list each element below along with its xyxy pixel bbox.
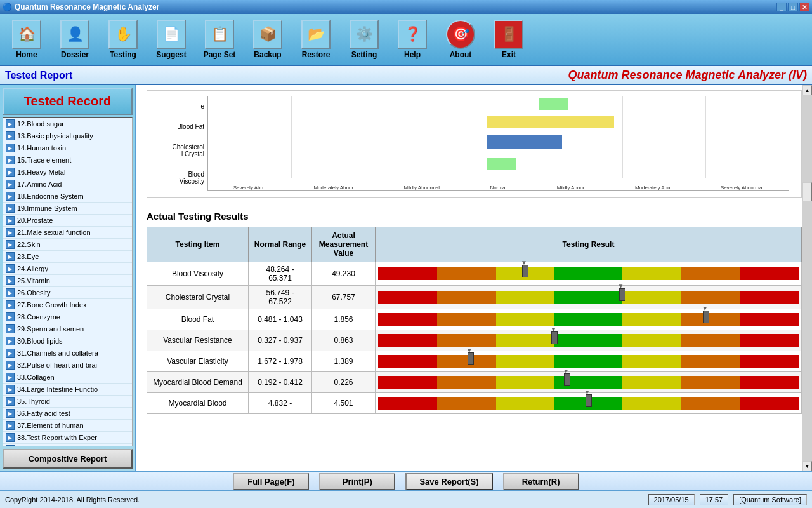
sidebar-item-32[interactable]: ▶32.Pulse of heart and brai	[3, 359, 132, 371]
toolbar-exit[interactable]: 🚪 Exit	[487, 20, 530, 59]
cell-range: 1.672 - 1.978	[249, 351, 312, 372]
toolbar-help-label: Help	[404, 50, 421, 59]
grid-line-2	[374, 96, 374, 178]
cell-item: Myocardial Blood Demand	[147, 372, 249, 393]
sidebar-list[interactable]: ▶12.Blood sugar▶13.Basic physical qualit…	[3, 117, 133, 446]
bar-seg-6	[681, 267, 740, 280]
save-report-button[interactable]: Save Report(S)	[405, 473, 492, 490]
sidebar-item-31[interactable]: ▶31.Channels and collatera	[3, 347, 132, 359]
chart-container: e Blood Fat Cholesteroll Crystal BloodVi…	[147, 90, 802, 198]
sidebar-item-30[interactable]: ▶30.Blood lipids	[3, 335, 132, 347]
toolbar-testing[interactable]: ✋ Testing	[102, 20, 145, 59]
sidebar-item-27[interactable]: ▶27.Bone Growth Index	[3, 299, 132, 311]
cell-result	[376, 393, 802, 414]
sidebar-item-37[interactable]: ▶37.Element of human	[3, 420, 132, 432]
sidebar-item-20[interactable]: ▶20.Prostate	[3, 215, 132, 227]
sidebar-item-23[interactable]: ▶23.Eye	[3, 251, 132, 263]
sidebar-item-16[interactable]: ▶16.Heavy Metal	[3, 166, 132, 178]
sidebar-item-icon-32: ▶	[6, 361, 15, 370]
col-measurement: Actual Measurement Value	[312, 227, 376, 262]
sidebar-item-39[interactable]: ▶39.Manual Test Report	[3, 444, 132, 446]
sidebar-item-26[interactable]: ▶26.Obesity	[3, 287, 132, 299]
sidebar-item-36[interactable]: ▶36.Fatty acid test	[3, 408, 132, 420]
sidebar-item-15[interactable]: ▶15.Trace element	[3, 154, 132, 166]
sidebar-item-24[interactable]: ▶24.Allergy	[3, 263, 132, 275]
status-time: 17:57	[700, 494, 729, 505]
sidebar-item-34[interactable]: ▶34.Large Intestine Functio	[3, 384, 132, 396]
sidebar-item-icon-33: ▶	[6, 373, 15, 382]
bar-seg-3	[496, 313, 555, 326]
toolbar-setting[interactable]: ⚙️ Setting	[343, 20, 386, 59]
status-date: 2017/05/15	[648, 494, 695, 505]
toolbar-restore[interactable]: 📂 Restore	[294, 20, 337, 59]
about-icon: 🎯	[446, 20, 475, 49]
content-scroll[interactable]: e Blood Fat Cholesteroll Crystal BloodVi…	[136, 85, 812, 471]
bar-indicator	[619, 288, 625, 301]
sidebar-item-icon-18: ▶	[6, 192, 15, 201]
bar-seg-1	[378, 267, 437, 280]
sidebar-item-33[interactable]: ▶33.Collagen	[3, 371, 132, 384]
scroll-thumb[interactable]	[802, 182, 812, 201]
sidebar-item-icon-38: ▶	[6, 433, 15, 442]
toolbar-setting-label: Setting	[351, 50, 377, 59]
grid-line-5	[622, 96, 623, 178]
result-bar-cell	[378, 352, 799, 370]
sidebar-item-13[interactable]: ▶13.Basic physical quality	[3, 130, 132, 142]
bar-seg-1	[378, 313, 437, 326]
setting-icon: ⚙️	[350, 20, 379, 49]
close-button[interactable]: ✕	[799, 3, 809, 11]
sidebar-item-25[interactable]: ▶25.Vitamin	[3, 275, 132, 287]
cell-result	[376, 309, 802, 330]
sidebar-item-22[interactable]: ▶22.Skin	[3, 239, 132, 251]
bar-indicator	[703, 311, 709, 323]
scroll-down-arrow[interactable]: ▼	[802, 461, 812, 471]
scroll-up-arrow[interactable]: ▲	[802, 85, 812, 95]
bar-seg-2	[437, 376, 496, 389]
sidebar-item-icon-30: ▶	[6, 337, 15, 345]
toolbar-backup[interactable]: 📦 Backup	[246, 20, 289, 59]
sidebar-item-38[interactable]: ▶38.Test Report with Exper	[3, 432, 132, 444]
return-button[interactable]: Return(R)	[503, 473, 579, 490]
sidebar-item-icon-13: ▶	[6, 131, 15, 140]
toolbar-about[interactable]: 🎯 About	[439, 20, 482, 59]
bottom-bar: Full Page(F) Print(P) Save Report(S) Ret…	[0, 471, 812, 490]
bar-track	[378, 334, 799, 347]
minimize-button[interactable]: _	[776, 3, 787, 11]
sidebar-item-29[interactable]: ▶29.Sperm and semen	[3, 323, 132, 335]
sidebar-item-35[interactable]: ▶35.Thyroid	[3, 396, 132, 408]
bar-seg-6	[681, 313, 740, 326]
sidebar-item-12[interactable]: ▶12.Blood sugar	[3, 118, 132, 130]
bar-seg-1	[378, 376, 437, 389]
content-scrollbar[interactable]: ▲ ▼	[802, 85, 812, 471]
table-row: Myocardial Blood 4.832 - 4.501	[147, 393, 802, 414]
col-normal-range: Normal Range	[249, 227, 312, 262]
sidebar-item-28[interactable]: ▶28.Coenzyme	[3, 311, 132, 323]
sidebar-item-17[interactable]: ▶17.Amino Acid	[3, 178, 132, 190]
bar-indicator	[564, 373, 570, 386]
table-row: Blood Viscosity 48.264 - 65.371 49.230	[147, 262, 802, 286]
compositive-report-button[interactable]: Compositive Report	[3, 449, 133, 469]
toolbar-dossier-label: Dossier	[61, 50, 89, 59]
sidebar-item-14[interactable]: ▶14.Human toxin	[3, 142, 132, 154]
table-row: Myocardial Blood Demand 0.192 - 0.412 0.…	[147, 372, 802, 393]
cell-item: Cholesterol Crystal	[147, 286, 249, 309]
toolbar-home[interactable]: 🏠 Home	[5, 20, 48, 59]
toolbar-help[interactable]: ❓ Help	[391, 20, 434, 59]
toolbar-dossier[interactable]: 👤 Dossier	[53, 20, 96, 59]
sidebar-item-icon-16: ▶	[6, 168, 15, 177]
window-title: Quantum Resonance Magnetic Analyzer	[15, 3, 159, 11]
bar-seg-7	[740, 376, 799, 389]
home-icon: 🏠	[12, 20, 41, 49]
toolbar-page-set[interactable]: 📋 Page Set	[198, 20, 241, 59]
window-icon: 🔵	[3, 3, 12, 11]
maximize-button[interactable]: □	[788, 3, 798, 11]
sidebar-item-18[interactable]: ▶18.Endocrine System	[3, 190, 132, 203]
sidebar-item-21[interactable]: ▶21.Male sexual function	[3, 227, 132, 239]
full-page-button[interactable]: Full Page(F)	[233, 473, 309, 490]
bar-seg-4	[554, 313, 622, 326]
bar-seg-1	[378, 355, 437, 368]
bar-seg-4	[554, 291, 622, 304]
print-button[interactable]: Print(P)	[319, 473, 395, 490]
sidebar-item-19[interactable]: ▶19.Immune System	[3, 203, 132, 215]
toolbar-suggest[interactable]: 📄 Suggest	[150, 20, 193, 59]
